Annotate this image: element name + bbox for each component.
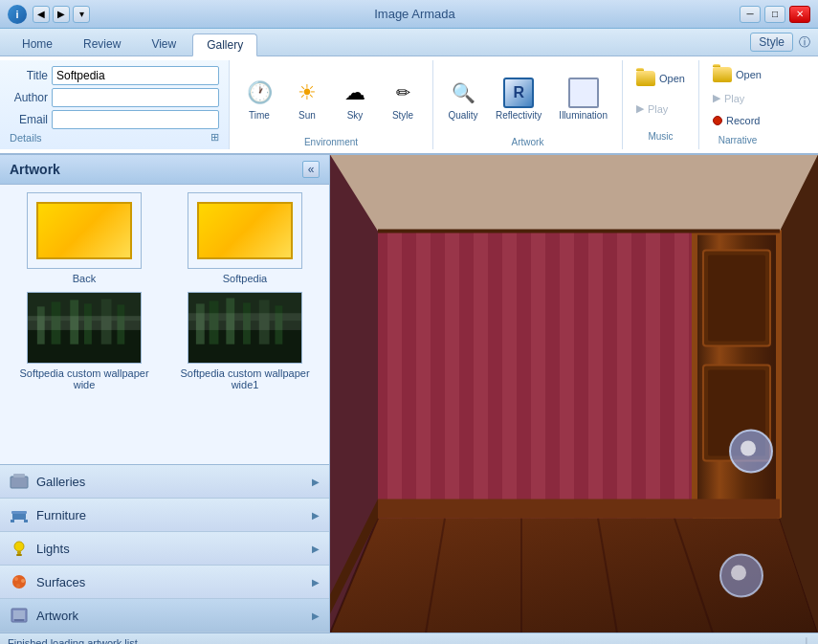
collapse-button[interactable]: « [302,161,320,178]
category-surfaces[interactable]: Surfaces ▶ [0,566,329,599]
time-button[interactable]: 🕐 Time [237,74,281,124]
tab-home[interactable]: Home [8,33,67,56]
artwork-item-custom1[interactable]: Softpedia custom wallpaper wide [8,292,161,390]
info-icon[interactable]: ⓘ [799,34,810,51]
svg-rect-57 [776,230,782,519]
reflectivity-icon: R [503,78,534,108]
nav-down-button[interactable]: ▾ [73,6,90,23]
artwork-item-custom2[interactable]: Softpedia custom wallpaper wide1 [168,292,321,390]
status-message: Finished loading artwork list. [8,637,141,645]
furniture-label: Furniture [36,508,304,522]
artwork-item-back[interactable]: Back [8,192,161,284]
svg-rect-26 [16,554,22,556]
svg-rect-21 [11,520,14,522]
room-scene [330,155,818,633]
music-play-label: Play [648,103,668,115]
sun-button[interactable]: ☀ Sun [285,74,329,124]
artwork-thumb-softpedia [188,192,302,269]
artwork-grid[interactable]: Back Softpedia [0,185,329,464]
ribbon-narrative-group: Open ▶ Play Record Narrative [699,60,776,149]
artwork-thumb-yellow-back [36,202,132,259]
artwork-label-softpedia: Softpedia [223,273,267,284]
sun-icon: ☀ [292,78,322,108]
quality-button[interactable]: 🔍 Quality [441,74,485,124]
tab-style-area: Style ⓘ [750,33,810,56]
tab-review[interactable]: Review [69,33,135,56]
narrative-play-label: Play [724,93,744,104]
lights-arrow: ▶ [312,544,320,554]
nav-forward-button[interactable]: ▶ [53,6,70,23]
category-furniture[interactable]: Furniture ▶ [0,499,329,532]
left-panel: Artwork « Back Softpedia [0,155,330,633]
artwork-icon [10,606,29,625]
artwork-label-custom2: Softpedia custom wallpaper wide1 [168,367,321,390]
details-expand-icon[interactable]: ⊞ [210,131,219,144]
author-row: Author [10,88,219,107]
illumination-button[interactable]: Illumination [552,74,614,124]
illumination-icon [568,78,599,108]
music-play-button[interactable]: ▶ Play [630,100,691,118]
minimize-button[interactable]: ─ [740,6,761,23]
svg-point-61 [741,441,756,456]
music-group-label: Music [648,131,673,142]
ribbon-artwork-group: 🔍 Quality R Reflectivity Illumination Ar… [433,60,623,149]
author-label: Author [10,91,48,104]
svg-rect-32 [13,611,25,619]
style-ribbon-icon: ✏ [387,78,418,108]
reflectivity-button[interactable]: R Reflectivity [489,74,548,124]
illumination-label: Illumination [559,110,608,121]
artwork-thumb-custom1 [27,292,142,364]
svg-rect-8 [28,316,141,330]
category-galleries[interactable]: Galleries ▶ [0,465,329,499]
author-input[interactable] [52,88,219,107]
time-icon: 🕐 [244,78,275,108]
artwork-thumb-back [27,192,142,269]
artwork-buttons: 🔍 Quality R Reflectivity Illumination [441,62,614,135]
title-row: Title [10,66,219,85]
galleries-icon [10,472,29,491]
furniture-icon [10,505,29,524]
svg-point-24 [14,542,24,551]
svg-marker-65 [330,155,818,232]
ribbon: Title Author Email Details ⊞ 🕐 Time [0,56,818,155]
galleries-label: Galleries [36,475,304,489]
artwork-panel-title: Artwork [10,162,60,177]
surfaces-label: Surfaces [36,575,304,589]
style-button[interactable]: Style [750,33,793,52]
email-input[interactable] [52,110,219,129]
category-artwork[interactable]: Artwork ▶ [0,599,329,633]
music-open-button[interactable]: Open [630,68,691,89]
music-open-icon [636,71,655,86]
maximize-button[interactable]: □ [764,6,785,23]
svg-rect-56 [692,230,697,519]
surfaces-icon [10,572,29,591]
artwork-thumb-custom2 [188,292,302,364]
style-ribbon-button[interactable]: ✏ Style [381,74,425,124]
svg-rect-19 [13,474,25,477]
narrative-open-label: Open [736,69,762,80]
close-button[interactable]: ✕ [789,6,810,23]
details-section-header: Details ⊞ [10,131,219,144]
ribbon-tabs: Home Review View Gallery Style ⓘ [0,29,818,56]
surfaces-arrow: ▶ [312,577,320,588]
email-label: Email [10,113,48,126]
category-lights[interactable]: Lights ▶ [0,532,329,566]
nav-back-button[interactable]: ◀ [33,6,50,23]
artwork-item-softpedia[interactable]: Softpedia [168,192,321,284]
narrative-open-button[interactable]: Open [707,64,768,85]
svg-rect-18 [11,477,28,488]
title-bar-left: i ◀ ▶ ▾ [8,5,90,24]
quality-label: Quality [448,110,477,121]
tab-view[interactable]: View [137,33,190,56]
music-play-icon: ▶ [636,102,644,115]
time-label: Time [249,110,270,121]
narrative-play-button[interactable]: ▶ Play [707,89,768,107]
title-input[interactable] [52,66,219,85]
artwork-category-label: Artwork [36,609,304,623]
galleries-arrow: ▶ [312,477,320,487]
svg-rect-33 [14,619,24,621]
narrative-record-button[interactable]: Record [707,112,768,129]
svg-rect-22 [24,520,28,522]
sky-button[interactable]: ☁ Sky [333,74,377,124]
tab-gallery[interactable]: Gallery [192,33,257,56]
